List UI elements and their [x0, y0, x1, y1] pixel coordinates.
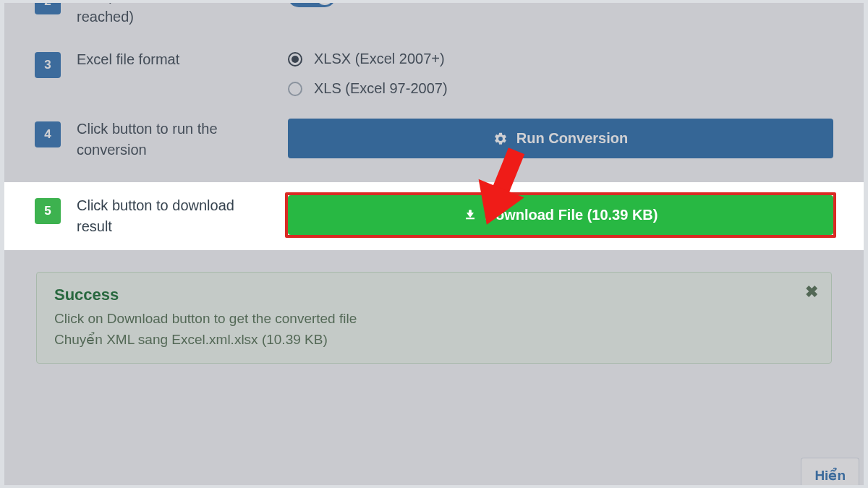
download-file-button[interactable]: Download File (10.39 KB)	[288, 195, 833, 235]
download-icon	[464, 209, 477, 222]
step-5-highlight: 5 Click button to download result Downlo…	[0, 182, 868, 250]
radio-unchecked-icon	[288, 82, 302, 96]
step-2-label: files (when Excel Rows Limit reached)	[77, 0, 272, 27]
alert-close-button[interactable]: ✖	[805, 283, 818, 301]
step-2-number: 2	[35, 0, 61, 14]
alert-text-1: Click on Download button to get the conv…	[54, 309, 814, 330]
step-5-number: 5	[35, 198, 61, 224]
alert-title: Success	[54, 286, 814, 304]
success-alert: ✖ Success Click on Download button to ge…	[36, 272, 832, 364]
bottom-link[interactable]: Hiển	[801, 458, 859, 488]
step-3-label: Excel file format	[77, 49, 272, 70]
radio-xlsx[interactable]: XLSX (Excel 2007+)	[288, 51, 833, 67]
file-format-radio-group: XLSX (Excel 2007+) XLS (Excel 97-2007)	[288, 49, 833, 97]
radio-xls[interactable]: XLS (Excel 97-2007)	[288, 80, 833, 97]
toggle-label: Yes	[349, 0, 373, 5]
step-3-number: 3	[35, 52, 61, 78]
step-2-row: 2 files (when Excel Rows Limit reached) …	[35, 0, 833, 27]
radio-checked-icon	[288, 52, 302, 67]
svg-rect-0	[466, 218, 475, 219]
step-4-number: 4	[35, 121, 61, 147]
radio-xlsx-label: XLSX (Excel 2007+)	[314, 51, 445, 67]
run-conversion-label: Run Conversion	[516, 130, 628, 147]
step-4-label: Click button to run the conversion	[77, 119, 272, 160]
gear-icon	[493, 132, 508, 146]
step-4-row: 4 Click button to run the conversion Run…	[35, 119, 833, 160]
toggle-knob	[316, 0, 333, 5]
download-file-label: Download File (10.39 KB)	[485, 207, 658, 223]
radio-xls-label: XLS (Excel 97-2007)	[314, 80, 448, 97]
split-files-toggle[interactable]	[288, 0, 336, 7]
alert-text-2: Chuyển XML sang Excel.xml.xlsx (10.39 KB…	[54, 330, 814, 351]
step-5-label: Click button to download result	[77, 195, 272, 237]
step-3-row: 3 Excel file format XLSX (Excel 2007+) X…	[35, 49, 833, 97]
run-conversion-button[interactable]: Run Conversion	[288, 119, 833, 158]
